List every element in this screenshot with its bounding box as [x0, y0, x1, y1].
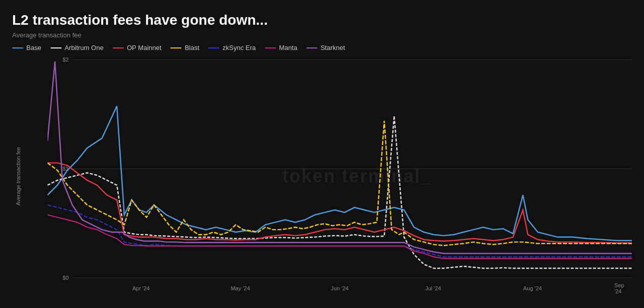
x-label-may: May '24 [231, 285, 250, 291]
grid-line-0 [73, 278, 632, 278]
legend-item-starknet: Starknet [306, 44, 345, 52]
page-title: L2 transaction fees have gone down... [12, 12, 632, 28]
legend-item-manta: Manta [265, 44, 297, 52]
legend-item-arbitrum: Arbitrum One [51, 44, 104, 52]
legend-color-op [113, 47, 124, 48]
legend-color-manta [265, 47, 276, 48]
line-blast [48, 121, 632, 245]
legend-color-blast [170, 47, 181, 48]
legend-item-base: Base [12, 44, 41, 52]
legend-item-blast: Blast [170, 44, 199, 52]
legend-item-zksync: zkSync Era [208, 44, 256, 52]
line-zksync [48, 205, 632, 257]
legend-label-blast: Blast [185, 44, 199, 52]
legend-label-op: OP Mainnet [127, 44, 161, 52]
chart-area: Average transaction fee $2 $1 $0 token t… [12, 57, 632, 296]
y-axis-label: Average transaction fee [12, 57, 22, 296]
legend-item-op: OP Mainnet [113, 44, 161, 52]
x-axis-labels: Apr '24 May '24 Jun '24 Jul '24 Aug '24 … [48, 281, 632, 296]
x-label-sep: Sep '24 [614, 282, 626, 294]
legend-color-zksync [208, 47, 219, 48]
main-container: L2 transaction fees have gone down... Av… [0, 0, 644, 308]
x-label-aug: Aug '24 [523, 285, 542, 291]
chart-svg [48, 57, 632, 269]
legend-color-base [12, 47, 23, 48]
x-label-jun: Jun '24 [331, 285, 348, 291]
line-base [48, 106, 632, 240]
legend-color-starknet [306, 47, 317, 48]
chart-legend: Base Arbitrum One OP Mainnet Blast zkSyn… [12, 44, 632, 52]
x-label-apr: Apr '24 [132, 285, 150, 291]
legend-label-manta: Manta [279, 44, 297, 52]
y-label-0: $0 [48, 275, 73, 281]
legend-label-arbitrum: Arbitrum One [65, 44, 104, 52]
legend-label-zksync: zkSync Era [222, 44, 256, 52]
chart-inner: $2 $1 $0 token terminal_ [22, 57, 632, 296]
legend-label-starknet: Starknet [320, 44, 345, 52]
x-label-jul: Jul '24 [425, 285, 441, 291]
chart-subtitle: Average transaction fee [12, 31, 632, 39]
legend-color-arbitrum [51, 47, 62, 48]
grid-row-0: $0 [48, 275, 632, 281]
line-op [48, 163, 632, 243]
legend-label-base: Base [26, 44, 41, 52]
